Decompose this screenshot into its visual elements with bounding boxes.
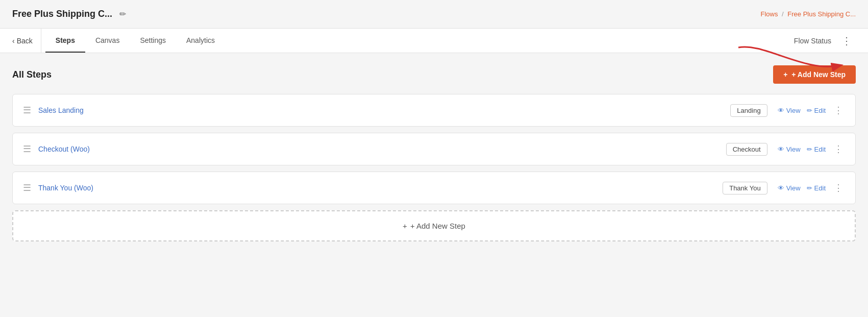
- step-name-thank-you-woo[interactable]: Thank You (Woo): [38, 184, 723, 192]
- step-more-button-1[interactable]: ⋮: [832, 105, 845, 116]
- breadcrumb-current: Free Plus Shipping C...: [787, 10, 856, 18]
- edit-button-3[interactable]: ✏ Edit: [807, 184, 826, 192]
- pencil-edit-icon: ✏: [807, 184, 812, 192]
- view-button-2[interactable]: 👁 View: [778, 145, 801, 153]
- tab-steps[interactable]: Steps: [45, 29, 85, 53]
- tab-settings[interactable]: Settings: [130, 29, 176, 53]
- eye-icon: 👁: [778, 184, 784, 192]
- top-header: Free Plus Shipping C... ✏ Flows / Free P…: [0, 0, 868, 29]
- drag-handle-icon[interactable]: ☰: [23, 182, 31, 193]
- breadcrumb-separator: /: [782, 10, 784, 18]
- step-actions-2: 👁 View ✏ Edit ⋮: [778, 143, 845, 155]
- drag-handle-icon[interactable]: ☰: [23, 105, 31, 116]
- flow-status-label: Flow Status: [794, 37, 831, 45]
- eye-icon: 👁: [778, 145, 784, 153]
- step-actions-1: 👁 View ✏ Edit ⋮: [778, 105, 845, 116]
- step-more-button-2[interactable]: ⋮: [832, 143, 845, 155]
- nav-tabs-left: ‹ Back Steps Canvas Settings Analytics: [12, 29, 225, 53]
- step-badge-thank-you: Thank You: [723, 182, 767, 194]
- tab-analytics[interactable]: Analytics: [176, 29, 225, 53]
- step-row: ☰ Thank You (Woo) Thank You 👁 View ✏ Edi…: [12, 172, 856, 204]
- edit-button-1[interactable]: ✏ Edit: [807, 107, 826, 114]
- breadcrumb: Flows / Free Plus Shipping C...: [760, 10, 856, 18]
- all-steps-title: All Steps: [12, 69, 52, 80]
- breadcrumb-flows-link[interactable]: Flows: [760, 10, 778, 18]
- main-content: All Steps + + Add New Step ☰ Sales Landi…: [0, 53, 868, 317]
- tab-canvas[interactable]: Canvas: [85, 29, 130, 53]
- edit-button-2[interactable]: ✏ Edit: [807, 145, 826, 153]
- view-button-1[interactable]: 👁 View: [778, 107, 801, 114]
- step-row: ☰ Checkout (Woo) Checkout 👁 View ✏ Edit …: [12, 133, 856, 165]
- pencil-icon: ✏: [119, 10, 126, 18]
- back-label: Back: [17, 37, 33, 45]
- more-dots-icon: ⋮: [841, 35, 852, 46]
- edit-title-button[interactable]: ✏: [117, 7, 128, 21]
- back-arrow-icon: ‹: [12, 37, 15, 45]
- step-name-checkout-woo[interactable]: Checkout (Woo): [38, 145, 726, 153]
- steps-list: ☰ Sales Landing Landing 👁 View ✏ Edit ⋮ …: [12, 94, 856, 204]
- step-badge-landing: Landing: [730, 104, 767, 117]
- add-new-step-button-bottom[interactable]: + + Add New Step: [12, 210, 856, 241]
- back-button[interactable]: ‹ Back: [12, 29, 41, 53]
- step-name-sales-landing[interactable]: Sales Landing: [38, 106, 730, 114]
- step-row: ☰ Sales Landing Landing 👁 View ✏ Edit ⋮: [12, 94, 856, 127]
- view-button-3[interactable]: 👁 View: [778, 184, 801, 192]
- page-title: Free Plus Shipping C...: [12, 9, 112, 19]
- nav-tabs-right: Flow Status ⋮: [794, 33, 856, 49]
- nav-tabs: ‹ Back Steps Canvas Settings Analytics F…: [0, 29, 868, 53]
- pencil-edit-icon: ✏: [807, 107, 812, 114]
- step-actions-3: 👁 View ✏ Edit ⋮: [778, 182, 845, 193]
- plus-icon: +: [783, 70, 787, 79]
- nav-more-button[interactable]: ⋮: [837, 33, 856, 49]
- all-steps-header: All Steps + + Add New Step: [12, 65, 856, 84]
- eye-icon: 👁: [778, 107, 784, 114]
- plus-bottom-icon: +: [403, 222, 407, 230]
- add-new-step-button-top[interactable]: + + Add New Step: [773, 65, 856, 84]
- header-left: Free Plus Shipping C... ✏: [12, 7, 128, 21]
- pencil-edit-icon: ✏: [807, 145, 812, 153]
- step-more-button-3[interactable]: ⋮: [832, 182, 845, 193]
- step-badge-checkout: Checkout: [726, 143, 767, 156]
- drag-handle-icon[interactable]: ☰: [23, 143, 31, 155]
